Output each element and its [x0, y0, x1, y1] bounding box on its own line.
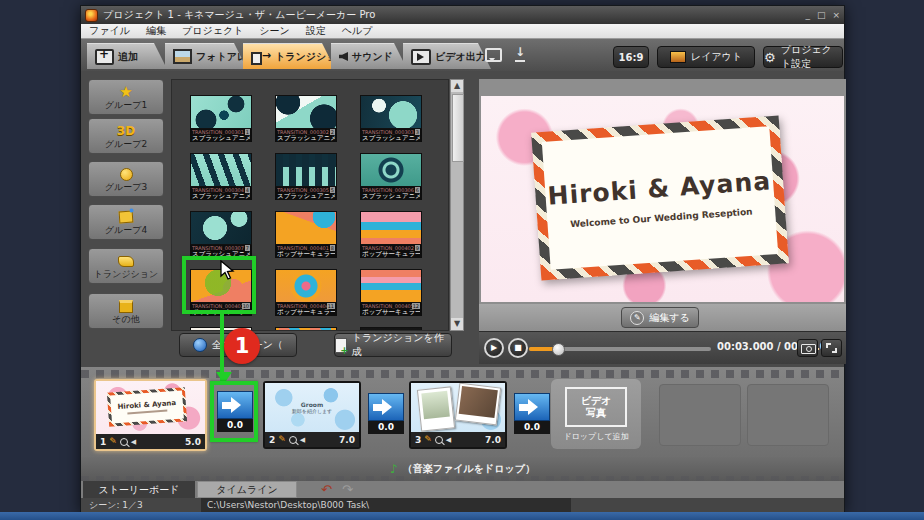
- snapshot-button[interactable]: [797, 339, 818, 357]
- transition-thumbnail-11[interactable]: TRANSITION_00040411ポップサーキュラー 4: [275, 269, 337, 316]
- clip3-photo-2: [455, 383, 501, 425]
- scrollbar-thumb[interactable]: [452, 94, 464, 162]
- sidebar-item-group2[interactable]: 3D グループ2: [88, 118, 164, 154]
- 3d-icon: 3D: [117, 124, 135, 138]
- clip-zoom-icon[interactable]: [435, 436, 443, 444]
- tab-sound[interactable]: サウンド: [331, 43, 407, 69]
- tab-timeline[interactable]: タイムライン: [197, 481, 297, 498]
- taskbar-strip: [0, 512, 924, 520]
- timeline-transition-3[interactable]: 0.0: [514, 393, 550, 434]
- transition-thumbnail-9[interactable]: TRANSITION_0004029ポップサーキュラー 2: [360, 211, 422, 258]
- layout-button[interactable]: レイアウト: [657, 46, 755, 68]
- transition-preview-image: [190, 95, 252, 129]
- close-button[interactable]: ×: [832, 10, 840, 20]
- clip-zoom-icon[interactable]: [289, 436, 297, 444]
- gear-icon: ⚙: [764, 51, 776, 64]
- timeline-clip-2[interactable]: Groom 新郎を紹介します 2 ✎ ◀ 7.0: [263, 381, 361, 449]
- transition-thumbnail-8[interactable]: TRANSITION_0004018ポップサーキュラー 1: [275, 211, 337, 258]
- transition-thumbnail-3[interactable]: TRANSITION_0003033スプラッシュアニメ 3: [360, 95, 422, 142]
- sidebar-item-group4[interactable]: グループ4: [88, 204, 164, 240]
- card-title: Hiroki & Ayana: [547, 166, 772, 211]
- transition-thumbnail-14[interactable]: [275, 327, 337, 331]
- redo-icon[interactable]: ↷: [342, 482, 353, 497]
- sidebar-item-transition[interactable]: トランジション: [88, 248, 164, 284]
- transition-preview-image: [275, 95, 337, 129]
- clip-edit-icon[interactable]: ✎: [424, 435, 432, 444]
- tab-transition[interactable]: トランジション: [243, 43, 335, 69]
- scroll-up-arrow[interactable]: ▲: [451, 80, 463, 92]
- media-drop-zone[interactable]: ビデオ 写真 ドロップして追加: [551, 379, 641, 449]
- tab-add[interactable]: 追加: [87, 43, 167, 69]
- sidebar-item-group3[interactable]: グループ3: [88, 161, 164, 197]
- edit-button[interactable]: ✎ 編集する: [621, 307, 699, 328]
- clip-audio-icon[interactable]: ◀: [300, 436, 305, 444]
- document-plus-icon: [335, 338, 347, 353]
- clip-zoom-icon[interactable]: [120, 438, 128, 446]
- toolbar: 追加 フォトアレ... トランジション サウンド ビデオ出力 ↓ 16:9: [81, 39, 844, 71]
- video-output-icon: [411, 49, 431, 65]
- transition-preview-image: [360, 269, 422, 303]
- pencil-icon: ✎: [630, 311, 644, 325]
- transition-preview-image: [360, 153, 422, 187]
- maximize-button[interactable]: □: [817, 10, 826, 20]
- menu-project[interactable]: プロジェクト: [174, 24, 251, 38]
- title-bar[interactable]: プロジェクト 1 - キネマージュ・ザ・ムービーメーカー Pro _ □ ×: [81, 6, 844, 24]
- speaker-icon: [339, 52, 348, 61]
- transition-thumbnail-6[interactable]: TRANSITION_0003066スプラッシュアニメ 6: [360, 153, 422, 200]
- clip-audio-icon[interactable]: ◀: [446, 436, 451, 444]
- grid-scrollbar[interactable]: ▲ ▼: [450, 79, 464, 331]
- notes-icon: [119, 211, 134, 224]
- menu-file[interactable]: ファイル: [81, 24, 138, 38]
- seek-handle[interactable]: [552, 343, 565, 356]
- timeline-clip-1[interactable]: Hiroki & Ayana 1 ✎ ◀ 5.0: [94, 379, 207, 451]
- transition-preview-image: [275, 269, 337, 303]
- tab-storyboard[interactable]: ストーリーボード: [83, 481, 195, 498]
- transition-thumbnail-4[interactable]: TRANSITION_0003044スプラッシュアニメ 4: [190, 153, 252, 200]
- undo-icon[interactable]: ↶: [321, 482, 332, 497]
- menu-settings[interactable]: 設定: [298, 24, 334, 38]
- transition-thumbnail-1[interactable]: TRANSITION_0003011スプラッシュアニメ 1: [190, 95, 252, 142]
- stop-button[interactable]: ■: [508, 338, 528, 358]
- menu-edit[interactable]: 編集: [138, 24, 174, 38]
- sidebar-item-others[interactable]: その他: [88, 293, 164, 329]
- wedding-card: Hiroki & Ayana Welcome to Our Wedding Re…: [531, 116, 789, 281]
- minimize-button[interactable]: _: [805, 10, 810, 20]
- photo-icon: [173, 49, 192, 64]
- download-icon[interactable]: ↓: [515, 47, 525, 62]
- transition-duration: 0.0: [368, 421, 404, 434]
- transition-icon: [251, 51, 271, 62]
- transition-thumbnail-5[interactable]: TRANSITION_0003055スプラッシュアニメ 5: [275, 153, 337, 200]
- gem-icon: [120, 168, 133, 181]
- menu-scene[interactable]: シーン: [251, 24, 297, 38]
- timeline-transition-2[interactable]: 0.0: [368, 393, 404, 434]
- transition-duration: 0.0: [514, 421, 550, 434]
- play-button[interactable]: ▶: [484, 338, 504, 358]
- card-subtitle: Welcome to Our Wedding Reseption: [570, 206, 753, 229]
- add-icon: [95, 49, 114, 65]
- mouse-cursor: [220, 260, 236, 282]
- menu-help[interactable]: ヘルプ: [334, 24, 381, 38]
- menu-bar: ファイル 編集 プロジェクト シーン 設定 ヘルプ: [81, 24, 844, 39]
- fullscreen-button[interactable]: [821, 339, 842, 357]
- transition-thumbnail-2[interactable]: TRANSITION_0003022スプラッシュアニメ 2: [275, 95, 337, 142]
- transition-thumbnail-7[interactable]: TRANSITION_0003077スプラッシュアニメ 7: [190, 211, 252, 258]
- tab-video-output[interactable]: ビデオ出力: [403, 43, 491, 69]
- arrow-right-icon: [519, 399, 546, 415]
- edit-strip: ✎ 編集する: [479, 304, 846, 331]
- clip-audio-icon[interactable]: ◀: [131, 438, 136, 446]
- create-transition-button[interactable]: トランジションを作成: [334, 333, 452, 357]
- clip3-photo-1: [417, 386, 455, 431]
- tab-photo-album[interactable]: フォトアレ...: [165, 43, 247, 69]
- clip-edit-icon[interactable]: ✎: [109, 437, 117, 446]
- annotation-highlight-transition: [210, 381, 258, 442]
- globe-icon: [193, 338, 207, 352]
- seek-slider[interactable]: [529, 347, 711, 351]
- clip-edit-icon[interactable]: ✎: [278, 435, 286, 444]
- comment-icon[interactable]: [485, 48, 502, 62]
- project-settings-button[interactable]: ⚙ プロジェクト設定: [763, 46, 843, 68]
- timeline-clip-3[interactable]: 3 ✎ ◀ 7.0: [409, 381, 507, 449]
- view-tabs: ストーリーボード タイムライン ↶ ↷: [81, 481, 844, 498]
- scroll-down-arrow[interactable]: ▼: [451, 318, 463, 330]
- transition-thumbnail-12[interactable]: TRANSITION_00040512ポップサーキュラー 5: [360, 269, 422, 316]
- sidebar-item-group1[interactable]: ★ グループ1: [88, 79, 164, 115]
